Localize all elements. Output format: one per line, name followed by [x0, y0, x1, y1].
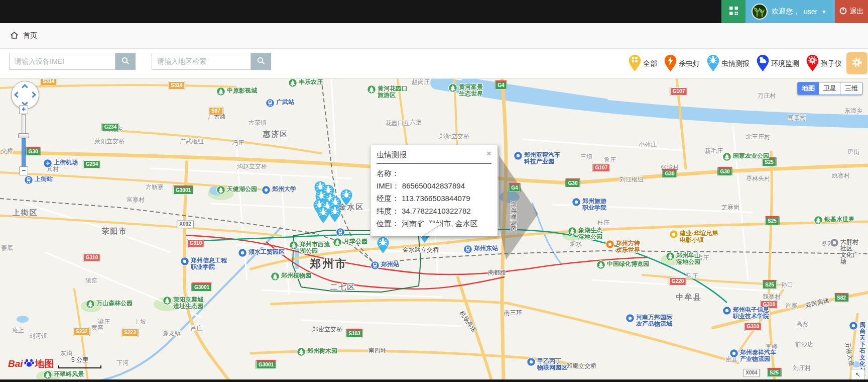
- road-badge: G234: [102, 123, 119, 131]
- plane-poi-icon: ✈: [43, 159, 52, 170]
- map-label: 姚寨村: [832, 171, 850, 180]
- popup-field-value: 865650042837894: [402, 181, 465, 190]
- tree-poi-icon: [216, 87, 225, 98]
- tree-poi-icon: [297, 347, 306, 358]
- road-badge: G4: [509, 183, 520, 192]
- dot-poi-icon: [626, 314, 635, 325]
- road-badge: S314: [40, 79, 57, 85]
- poi-label: 郑州市西流 湖公园: [300, 241, 330, 254]
- road-badge: S25: [763, 280, 777, 289]
- pan-right-icon[interactable]: [30, 91, 36, 98]
- zoom-in-button[interactable]: +: [19, 105, 28, 114]
- device-pin[interactable]: [328, 206, 341, 225]
- tree-poi-icon: [814, 216, 823, 227]
- legend-filter-bolt[interactable]: 杀虫灯: [664, 54, 700, 74]
- region-search-input[interactable]: [152, 53, 251, 70]
- map-poi: 黄河富景 生态世界: [448, 83, 483, 97]
- poi-label: 上街机场: [54, 159, 78, 166]
- settings-button[interactable]: [846, 52, 867, 74]
- welcome-text: 欢迎您，: [772, 7, 800, 16]
- poi-label: 郑州泰祥汽车 产业物流园: [740, 349, 776, 362]
- map-label: 黄窑: [91, 324, 103, 332]
- train-poi-icon: [266, 99, 275, 110]
- poi-label: 郑州大学: [272, 186, 296, 193]
- map-type-地图[interactable]: 地图: [798, 82, 819, 94]
- road-badge: G310: [83, 254, 100, 262]
- road-badge: G3001: [173, 185, 193, 195]
- dot-poi-icon: [605, 240, 614, 251]
- close-icon[interactable]: ×: [486, 150, 491, 157]
- popup-field-value: 34.77822410322782: [402, 207, 471, 215]
- legend-filter-grid[interactable]: 全部: [628, 54, 657, 74]
- poi-label: 银基水世界: [824, 216, 854, 223]
- poi-label: 郑州植物园: [281, 272, 311, 279]
- map-label: 许寨: [785, 302, 797, 310]
- map-label: 六堡: [410, 118, 422, 127]
- dot-poi-icon: [262, 185, 271, 197]
- poi-label: 国家农业公园: [733, 153, 769, 159]
- road-badge: G107: [593, 164, 610, 172]
- legend-label: 环境监测: [771, 59, 799, 68]
- poi-label: 郑州东站: [474, 245, 498, 252]
- device-pin[interactable]: [377, 237, 390, 256]
- poi-label: 天健湖公园: [227, 186, 257, 193]
- map-type-三维[interactable]: 三维: [840, 82, 862, 94]
- legend-filter-bug[interactable]: 虫情测报: [706, 54, 750, 74]
- map-label: 烟水: [570, 240, 582, 248]
- poi-label: 环翠峪风景: [54, 371, 84, 377]
- map-label: 南三环: [504, 309, 522, 317]
- logout-button[interactable]: 退出: [835, 0, 868, 23]
- dot-poi-icon: [849, 321, 858, 332]
- zoom-out-button[interactable]: −: [19, 166, 28, 175]
- region-search-button[interactable]: [251, 53, 271, 70]
- legend-filter-weather[interactable]: 环境监测: [756, 54, 799, 74]
- road-badge: G30: [26, 147, 41, 156]
- pan-left-icon[interactable]: [14, 91, 21, 98]
- road-badge: G234: [83, 160, 100, 168]
- popup-field-label: 位置：: [377, 219, 399, 228]
- map-label: 芝麻岗: [721, 203, 739, 212]
- map-label: 金水路立交桥: [403, 246, 439, 254]
- poi-label: 郑州信息工程 职业学院: [191, 257, 227, 270]
- apps-grid-button[interactable]: [721, 0, 746, 23]
- map-label: 庵上: [12, 326, 24, 335]
- poi-label: 中国绿化博览园: [607, 261, 649, 267]
- pan-up-icon[interactable]: [22, 84, 28, 90]
- popup-field: 经度：113.7366503844079: [377, 192, 491, 205]
- road-badge: G107: [670, 87, 687, 96]
- road-badge: G310: [745, 323, 762, 331]
- imei-search-button[interactable]: [115, 53, 136, 70]
- poi-label: 丰乐农庄: [299, 79, 323, 85]
- imei-search-input[interactable]: [9, 53, 115, 70]
- avatar: [752, 4, 768, 20]
- legend-filter-gear[interactable]: 孢子仪: [806, 54, 842, 74]
- baidu-logo[interactable]: Bai 地图: [8, 357, 54, 370]
- map-canvas[interactable]: 郑州市上街区荥阳市惠济区二七区金水区中牟县密县赵岗庄六堡花园口互郑新立交桥高村乡…: [0, 79, 868, 382]
- map-label: 司口村: [788, 114, 806, 122]
- map-label: 广武枢纽: [180, 137, 204, 146]
- zoom-slider-handle[interactable]: [18, 133, 29, 138]
- tree-poi-icon: [333, 238, 342, 249]
- map-poi: 郑州信息工程 职业学院: [180, 257, 227, 270]
- bug-pin-icon: [706, 54, 720, 74]
- dot-poi-icon: [669, 230, 678, 241]
- road-badge: G30: [663, 169, 677, 178]
- map-poi: ✈上街机场: [43, 159, 78, 170]
- svg-text:✈: ✈: [45, 160, 50, 166]
- train-poi-icon: [463, 245, 472, 256]
- user-menu[interactable]: 欢迎您，user ▼: [746, 0, 835, 23]
- map-label: 三坝: [580, 153, 592, 161]
- poi-label: 象湖生态 湿地公园: [578, 227, 602, 240]
- legend-label: 孢子仪: [821, 59, 842, 68]
- map-poi: 郑州市西流 湖公园: [289, 241, 330, 254]
- poi-label: 河南万邦国际 农产品物流城: [636, 314, 672, 327]
- map-label: 二七区: [330, 282, 356, 292]
- breadcrumb-home[interactable]: 首页: [23, 31, 37, 40]
- road-badge: G310: [187, 239, 204, 247]
- map-label: 万庄村: [758, 91, 776, 100]
- road-badge: X004: [743, 369, 760, 377]
- map-corner-control[interactable]: ↖: [851, 369, 865, 380]
- map-label: 前沙店: [795, 340, 813, 349]
- map-poi: 郑州树木园: [297, 347, 337, 358]
- map-type-卫星[interactable]: 卫星: [819, 82, 840, 94]
